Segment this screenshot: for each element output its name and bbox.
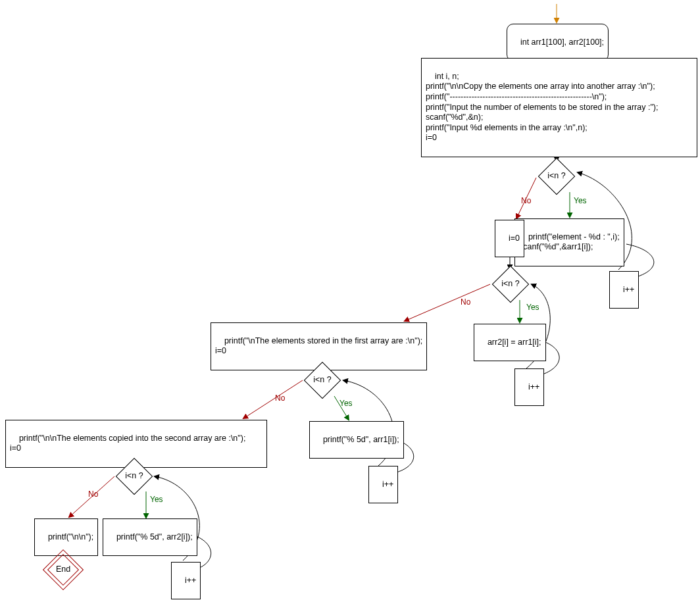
label-cond4-yes: Yes <box>150 495 163 504</box>
node-final-text: printf("\n\n"); <box>48 532 93 541</box>
label-cond3-yes: Yes <box>339 399 353 408</box>
label-cond1-no: No <box>521 196 531 205</box>
node-body2: arr2[i] = arr1[i]; <box>474 324 546 361</box>
label-cond4-no: No <box>88 490 98 499</box>
node-start-text: int arr1[100], arr2[100]; <box>520 38 604 47</box>
node-body3: printf("% 5d", arr1[i]); <box>309 421 404 459</box>
node-print1-text: printf("\nThe elements stored in the fir… <box>215 336 422 356</box>
node-inc4-text: i++ <box>185 576 196 585</box>
node-inc3: i++ <box>368 466 398 503</box>
node-reset1: i=0 <box>495 220 524 257</box>
node-cond1 <box>538 158 576 195</box>
node-inc2-text: i++ <box>528 382 539 391</box>
node-print1: printf("\nThe elements stored in the fir… <box>211 322 427 370</box>
node-start: int arr1[100], arr2[100]; <box>507 24 609 61</box>
node-inc2: i++ <box>514 368 544 406</box>
node-init-text: int i, n; printf("\n\nCopy the elements … <box>426 72 659 143</box>
label-cond3-no: No <box>275 393 285 403</box>
label-cond2-yes: Yes <box>526 303 539 312</box>
node-inc1-text: i++ <box>623 285 634 294</box>
node-inc1: i++ <box>609 271 639 309</box>
node-inc4: i++ <box>171 562 201 599</box>
node-init: int i, n; printf("\n\nCopy the elements … <box>421 58 697 157</box>
node-body4-text: printf("% 5d", arr2[i]); <box>116 532 193 541</box>
node-inc3-text: i++ <box>382 480 393 489</box>
node-final: printf("\n\n"); <box>34 518 98 556</box>
label-cond2-no: No <box>461 297 470 307</box>
node-reset1-text: i=0 <box>509 234 520 243</box>
node-end-inner <box>47 554 79 586</box>
node-body1: printf("element - %d : ",i); scanf("%d",… <box>514 218 624 266</box>
node-body2-text: arr2[i] = arr1[i]; <box>488 338 541 347</box>
node-cond2 <box>492 266 530 303</box>
flowchart-canvas: int arr1[100], arr2[100]; int i, n; prin… <box>0 0 700 604</box>
label-cond1-yes: Yes <box>574 196 587 205</box>
node-body4: printf("% 5d", arr2[i]); <box>103 518 197 556</box>
node-print2-text: printf("\n\nThe elements copied into the… <box>10 434 245 453</box>
node-body3-text: printf("% 5d", arr1[i]); <box>323 435 399 444</box>
node-body1-text: printf("element - %d : ",i); scanf("%d",… <box>519 232 620 252</box>
